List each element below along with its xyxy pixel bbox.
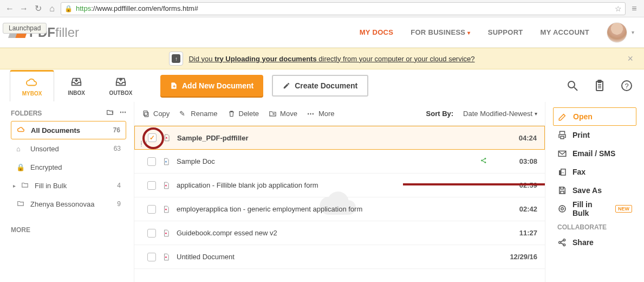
folder-unsorted[interactable]: ⌂ Unsorted 63 xyxy=(11,139,126,158)
rename-button[interactable]: ✎Rename xyxy=(179,110,217,118)
document-row[interactable]: ⋮⋮⋮⋮Sample_PDF-pdffiller04:24 xyxy=(134,126,545,150)
folder-label: Fill in Bulk xyxy=(35,182,112,190)
tab-label: INBOX xyxy=(68,90,85,96)
inbox-icon xyxy=(70,76,83,88)
reload-button[interactable]: ↻ xyxy=(32,3,43,14)
url-bar[interactable]: 🔒 https://www.pdffiller.com/en/forms.htm… xyxy=(61,2,626,15)
share-icon[interactable] xyxy=(480,157,487,166)
nav-mydocs[interactable]: MY DOCS xyxy=(360,28,394,36)
svg-line-15 xyxy=(483,159,485,160)
upload-banner: ↑ Did you try Uploading your documents d… xyxy=(0,48,644,69)
file-icon xyxy=(162,205,170,214)
checkbox[interactable] xyxy=(147,229,156,238)
upload-icon[interactable]: ↑ xyxy=(169,52,183,66)
folder-all-documents[interactable]: All Documents 76 xyxy=(11,121,126,139)
email-button[interactable]: Email / SMS xyxy=(553,144,636,163)
bookmark-icon[interactable]: ☆ xyxy=(615,4,622,13)
document-row[interactable]: Untitled Document12/29/16 xyxy=(134,245,545,269)
document-name: employerapplica tion - generic employmen… xyxy=(177,205,493,213)
document-panel: Copy ✎Rename Delete Move ⋯More Sort By: … xyxy=(134,102,545,282)
tab-inbox[interactable]: INBOX xyxy=(54,70,99,101)
svg-rect-10 xyxy=(145,112,148,117)
more-button[interactable]: ⋯More xyxy=(307,110,335,118)
tab-outbox[interactable]: OUTBOX xyxy=(99,70,143,101)
more-icon[interactable]: ⋯ xyxy=(120,108,126,118)
checkbox[interactable] xyxy=(147,253,156,261)
pencil-icon xyxy=(283,82,290,89)
back-button[interactable]: ← xyxy=(4,3,15,14)
nav-account[interactable]: MY ACCOUNT xyxy=(541,28,589,36)
folder-count: 9 xyxy=(117,200,121,208)
document-name: Untitled Document xyxy=(177,253,493,261)
svg-line-27 xyxy=(561,240,563,242)
collaborate-heading: COLLABORATE xyxy=(557,223,636,231)
folder-count: 4 xyxy=(117,182,121,189)
folder-label: Unsorted xyxy=(30,145,108,153)
folder-label: All Documents xyxy=(31,126,108,134)
checkbox[interactable] xyxy=(147,205,156,214)
file-icon xyxy=(162,253,170,261)
add-document-button[interactable]: Add New Document xyxy=(160,75,263,97)
expand-icon[interactable]: ▸ xyxy=(13,183,17,189)
create-document-button[interactable]: Create Document xyxy=(272,75,368,97)
site-header: Launchpad PDFfiller MY DOCS FOR BUSINESS… xyxy=(0,17,644,48)
svg-rect-11 xyxy=(144,111,147,116)
folder-fillinbulk[interactable]: ▸ Fill in Bulk 4 xyxy=(11,176,126,195)
document-row[interactable]: application - Fillible blank job applica… xyxy=(134,174,545,197)
print-button[interactable]: Print xyxy=(553,126,636,144)
saveas-button[interactable]: Save As xyxy=(553,181,636,200)
folder-encrypted[interactable]: 🔒 Encrypted xyxy=(11,158,126,176)
url-text: https://www.pdffiller.com/en/forms.htm# xyxy=(76,4,198,12)
move-button[interactable]: Move xyxy=(269,110,297,118)
drag-handle[interactable]: ⋮⋮⋮⋮ xyxy=(139,142,149,146)
open-button[interactable]: Open xyxy=(553,107,636,126)
close-icon[interactable]: × xyxy=(627,53,633,65)
help-icon[interactable]: ? xyxy=(619,78,634,93)
user-menu[interactable]: ▾ xyxy=(607,22,634,43)
folder-label: Encrypted xyxy=(30,163,115,171)
hamburger-icon[interactable]: ≡ xyxy=(629,3,640,14)
chevron-down-icon: ▾ xyxy=(467,30,470,36)
box-tabs: MYBOX INBOX OUTBOX xyxy=(10,70,143,101)
plus-doc-icon xyxy=(170,82,178,89)
cloud-icon xyxy=(17,126,25,135)
clipboard-icon[interactable] xyxy=(592,78,607,93)
share-button[interactable]: Share xyxy=(553,233,636,252)
folder-user[interactable]: Zhenya Bessonovaa 9 xyxy=(11,195,126,213)
document-row[interactable]: Guidebook.compr essed new v211:27 xyxy=(134,221,545,245)
folder-count: 76 xyxy=(113,126,120,134)
add-folder-icon[interactable]: + xyxy=(106,108,114,118)
forward-button[interactable]: → xyxy=(18,3,29,14)
search-icon[interactable] xyxy=(565,78,580,93)
svg-point-22 xyxy=(559,206,565,212)
banner-text[interactable]: Did you try Uploading your documents dir… xyxy=(188,55,474,63)
nav-business[interactable]: FOR BUSINESS▾ xyxy=(411,28,470,36)
nav-support[interactable]: SUPPORT xyxy=(488,28,523,36)
svg-line-16 xyxy=(483,161,485,162)
svg-rect-19 xyxy=(561,169,565,175)
avatar xyxy=(607,22,627,43)
more-heading: MORE xyxy=(11,226,126,234)
document-name: Guidebook.compr essed new v2 xyxy=(177,229,493,237)
document-time: 04:24 xyxy=(499,134,537,142)
tab-mybox[interactable]: MYBOX xyxy=(10,70,54,101)
sort-label: Sort By: xyxy=(426,110,454,118)
tab-label: OUTBOX xyxy=(109,90,133,96)
checkbox[interactable] xyxy=(148,133,157,142)
delete-button[interactable]: Delete xyxy=(227,110,259,118)
document-time: 11:27 xyxy=(499,229,537,237)
home-button[interactable]: ⌂ xyxy=(47,3,57,14)
toolbar: MYBOX INBOX OUTBOX Add New Document Crea… xyxy=(0,69,644,102)
fillbulk-button[interactable]: Fill in BulkNEW xyxy=(553,200,636,218)
copy-button[interactable]: Copy xyxy=(142,110,170,118)
document-row[interactable]: Sample Doc03:08 xyxy=(134,150,545,174)
annotation-arrow xyxy=(403,183,545,185)
fax-button[interactable]: Fax xyxy=(553,163,636,181)
file-icon xyxy=(162,229,170,238)
checkbox[interactable] xyxy=(147,157,156,166)
checkbox[interactable] xyxy=(147,181,156,190)
document-row[interactable]: employerapplica tion - generic employmen… xyxy=(134,197,545,221)
document-time: 02:42 xyxy=(499,205,537,213)
main-content: FOLDERS + ⋯ All Documents 76 ⌂ Unsorted … xyxy=(0,102,644,282)
sort-dropdown[interactable]: Date Modified-Newest▾ xyxy=(463,110,537,118)
